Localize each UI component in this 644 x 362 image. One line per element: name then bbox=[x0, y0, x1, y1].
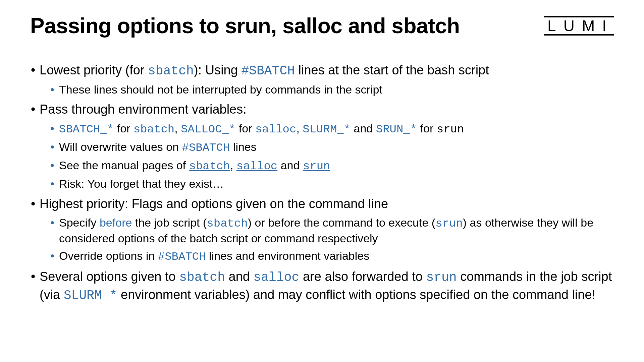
bullet-1-1: These lines should not be interrupted by… bbox=[59, 82, 614, 97]
lumi-logo: LUMI bbox=[544, 16, 614, 36]
bullet-3-1: Specify before the job script (sbatch) o… bbox=[59, 215, 614, 246]
code-srun: srun bbox=[426, 270, 457, 285]
slide-header: Passing options to srun, salloc and sbat… bbox=[30, 13, 614, 38]
text: for bbox=[417, 122, 437, 135]
bullet-2-2: Will overwrite values on #SBATCH lines bbox=[59, 139, 614, 155]
text: and bbox=[351, 122, 376, 135]
link-srun[interactable]: srun bbox=[303, 160, 330, 173]
text: Override options in bbox=[59, 249, 158, 262]
bullet-2: Pass through environment variables: SBAT… bbox=[40, 101, 614, 191]
text: the job script ( bbox=[132, 216, 207, 229]
code-sbatch: sbatch bbox=[207, 217, 248, 230]
code-hashbatch: #SBATCH bbox=[158, 250, 206, 263]
code-sbatch: sbatch bbox=[133, 123, 174, 136]
text: See the manual pages of bbox=[59, 159, 189, 172]
text: Several options given to bbox=[40, 269, 179, 284]
code-srunstar: SRUN_* bbox=[376, 123, 417, 136]
bullet-4: Several options given to sbatch and sall… bbox=[40, 268, 614, 304]
slide-title: Passing options to srun, salloc and sbat… bbox=[30, 13, 460, 38]
bullet-list: Lowest priority (for sbatch): Using #SBA… bbox=[30, 62, 614, 304]
bullet-3-2: Override options in #SBATCH lines and en… bbox=[59, 248, 614, 264]
text: and bbox=[225, 269, 254, 284]
code-hashbatch: #SBATCH bbox=[182, 141, 230, 154]
code-sbatch: sbatch bbox=[148, 64, 194, 78]
text: and bbox=[277, 159, 303, 172]
text: Pass through environment variables: bbox=[40, 102, 247, 116]
text: , bbox=[230, 159, 236, 172]
bullet-2-3: See the manual pages of sbatch, salloc a… bbox=[59, 158, 614, 174]
text: environment variables) and may conflict … bbox=[117, 288, 595, 302]
text: lines at the start of the bash script bbox=[295, 63, 489, 77]
code-hashbatch: #SBATCH bbox=[241, 64, 295, 78]
emph-before: before bbox=[100, 216, 132, 229]
code-slurmstar: SLURM_* bbox=[303, 123, 351, 136]
text: for bbox=[114, 122, 133, 135]
bullet-2-4: Risk: You forget that they exist… bbox=[59, 176, 614, 191]
bullet-2-1: SBATCH_* for sbatch, SALLOC_* for salloc… bbox=[59, 121, 614, 137]
code-salloc: salloc bbox=[254, 270, 300, 285]
code-slurmstar: SLURM_* bbox=[64, 288, 117, 303]
code-salloc: salloc bbox=[255, 123, 296, 136]
text: lines and environment variables bbox=[206, 249, 370, 262]
text: Will overwrite values on bbox=[59, 140, 182, 153]
bullet-1: Lowest priority (for sbatch): Using #SBA… bbox=[40, 62, 614, 97]
code-sallocstar: SALLOC_* bbox=[181, 123, 235, 136]
text: for bbox=[235, 122, 255, 135]
text: Highest priority: Flags and options give… bbox=[40, 197, 388, 211]
code-srun: srun bbox=[437, 123, 464, 136]
bullet-3: Highest priority: Flags and options give… bbox=[40, 195, 614, 264]
text: Specify bbox=[59, 216, 100, 229]
code-sbatchstar: SBATCH_* bbox=[59, 123, 114, 136]
text: are also forwarded to bbox=[299, 269, 426, 284]
code-srun: srun bbox=[435, 217, 463, 230]
text: lines bbox=[230, 140, 256, 153]
text: Lowest priority (for bbox=[40, 63, 148, 77]
link-sbatch[interactable]: sbatch bbox=[189, 160, 230, 173]
text: , bbox=[296, 122, 303, 135]
text: ): Using bbox=[194, 63, 241, 77]
text: , bbox=[174, 122, 181, 135]
link-salloc[interactable]: salloc bbox=[236, 160, 277, 173]
text: ) or before the command to execute ( bbox=[248, 216, 435, 229]
code-sbatch: sbatch bbox=[179, 270, 225, 285]
